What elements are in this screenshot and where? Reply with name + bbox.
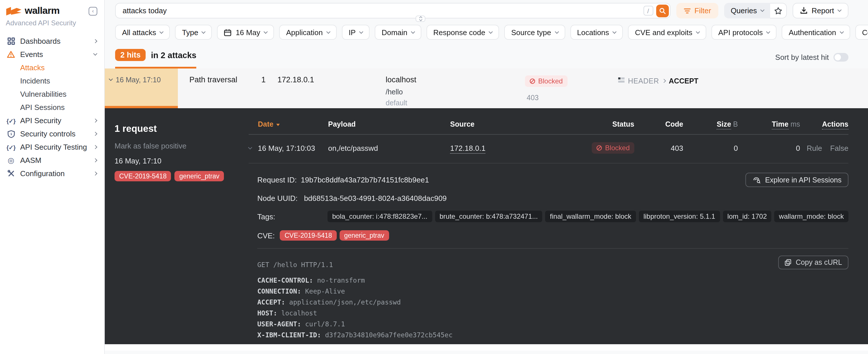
- sidebar-item-security-controls[interactable]: Security controls: [0, 127, 104, 140]
- sidebar-item-vulnerabilities[interactable]: Vulnerabilities: [0, 88, 104, 101]
- hits-tab[interactable]: 2 hits in 2 attacks: [115, 49, 196, 68]
- http-request-block: Copy as cURL GET /hello HTTP/1.1 CACHE-C…: [257, 248, 848, 340]
- cve-badge[interactable]: CVE-2019-5418: [115, 171, 171, 181]
- aasm-spiral-icon: ◎: [6, 156, 16, 165]
- rule-action-link[interactable]: Rule: [807, 143, 822, 152]
- attack-hit-count: 1: [261, 75, 277, 108]
- chip-label: IP: [348, 28, 356, 37]
- filter-chip-locations[interactable]: Locations: [570, 25, 623, 40]
- mark-false-positive-link[interactable]: Mark as false positive: [115, 141, 240, 150]
- tag-pill[interactable]: lom_id: 1702: [723, 211, 771, 222]
- sort-toggle[interactable]: [834, 53, 848, 62]
- attack-row-body: Path traversal 1 172.18.0.1 localhost /h…: [178, 68, 868, 108]
- filter-chip-authentication[interactable]: Authentication: [782, 25, 850, 40]
- sidebar-item-incidents[interactable]: Incidents: [0, 74, 104, 88]
- filter-chip-type[interactable]: Type: [175, 25, 212, 40]
- sort-label: Sort by latest hit: [775, 53, 829, 62]
- filter-chip-domain[interactable]: Domain: [375, 25, 421, 40]
- cve-list: CVE-2019-5418generic_ptrav: [280, 230, 389, 240]
- filter-chip-compare-to[interactable]: Compare to...: [855, 25, 868, 40]
- filter-button[interactable]: Filter: [676, 3, 719, 19]
- attack-source-ip[interactable]: 172.18.0.1: [277, 75, 386, 108]
- sidebar-item-api-sessions[interactable]: API Sessions: [0, 101, 104, 114]
- logo-text: wallarm: [25, 5, 60, 17]
- attack-path: /hello: [386, 88, 525, 96]
- chevron-right-icon: [93, 132, 97, 136]
- hits-suffix: in 2 attacks: [151, 51, 196, 60]
- filter-chip-ip[interactable]: IP: [342, 25, 370, 40]
- search-input[interactable]: [115, 3, 670, 19]
- status-label: Blocked: [605, 144, 630, 152]
- explore-label: Explore in API Sessions: [765, 176, 841, 184]
- chevron-right-icon: [93, 171, 97, 175]
- cve-badge[interactable]: CVE-2019-5418: [280, 230, 337, 240]
- report-button[interactable]: Report: [793, 3, 848, 19]
- queries-button[interactable]: Queries: [724, 3, 770, 19]
- filter-chip-all-attacks[interactable]: All attacks: [115, 25, 170, 40]
- request-table-row[interactable]: 16 May, 17:10:03 on,/etc/passwd 172.18.0…: [249, 135, 848, 163]
- request-header-line: HOST: localhost: [257, 309, 848, 318]
- attack-type: Path traversal: [189, 75, 261, 108]
- search-button[interactable]: [656, 4, 669, 17]
- chip-label: All attacks: [122, 28, 156, 37]
- favorite-button[interactable]: [770, 3, 787, 19]
- column-source[interactable]: Source: [450, 120, 574, 128]
- tag-pill[interactable]: final_wallarm_mode: block: [546, 211, 636, 222]
- bottom-strip: [105, 344, 868, 351]
- column-code[interactable]: Code: [665, 120, 684, 128]
- column-actions[interactable]: Actions: [822, 120, 848, 128]
- filter-chip-api-protocols[interactable]: API protocols: [711, 25, 777, 40]
- attack-row[interactable]: 16 May, 17:10 Path traversal 1 172.18.0.…: [105, 68, 868, 108]
- blocked-icon: [597, 145, 602, 151]
- cve-badge[interactable]: generic_ptrav: [340, 230, 389, 240]
- copy-curl-button[interactable]: Copy as cURL: [778, 256, 848, 269]
- hits-count-badge: 2 hits: [115, 49, 146, 61]
- sidebar-item-api-security-testing[interactable]: {✓} API Security Testing: [0, 140, 104, 154]
- request-detail-panel: 1 request Mark as false positive 16 May,…: [105, 108, 868, 344]
- request-meta: Request ID: 19b7bc8ddfa43a72b7b74151fc8b…: [257, 173, 848, 240]
- cve-badge[interactable]: generic_ptrav: [175, 171, 224, 181]
- column-status[interactable]: Status: [613, 120, 634, 128]
- explore-api-sessions-button[interactable]: Explore in API Sessions: [746, 173, 848, 187]
- sidebar-item-attacks[interactable]: Attacks: [0, 61, 104, 74]
- sidebar-item-dashboards[interactable]: Dashboards: [0, 35, 104, 48]
- point-name: ACCEPT: [669, 77, 699, 85]
- filter-chip-source-type[interactable]: Source type: [504, 25, 565, 40]
- filter-chip-date[interactable]: 16 May: [217, 25, 274, 40]
- fingerprint-search-icon: [753, 176, 761, 184]
- false-action-link[interactable]: False: [830, 143, 848, 152]
- tag-pill[interactable]: brute_counter: b:478:a732471...: [435, 211, 542, 222]
- chevron-down-icon: [839, 29, 843, 33]
- sidebar-item-configuration[interactable]: Configuration: [0, 167, 104, 180]
- chevron-down-icon: [159, 29, 163, 33]
- column-size[interactable]: Size B: [717, 120, 738, 128]
- tag-pill[interactable]: wallarm_mode: block: [774, 211, 848, 222]
- sort-control: Sort by latest hit: [775, 53, 848, 68]
- detail-info-column: 1 request Mark as false positive 16 May,…: [105, 108, 249, 344]
- sidebar-item-aasm[interactable]: ◎ AASM: [0, 154, 104, 167]
- sidebar-item-events[interactable]: Events: [0, 48, 104, 61]
- tags-list: bola_counter: i:478:f82823e7...brute_cou…: [328, 211, 848, 222]
- filter-chip-application[interactable]: Application: [279, 25, 336, 40]
- filter-chip-cve-exploits[interactable]: CVE and exploits: [628, 25, 706, 40]
- column-time[interactable]: Time ms: [772, 120, 800, 128]
- tag-pill[interactable]: libproton_version: 5.1.1: [639, 211, 720, 222]
- chip-label: Authentication: [788, 28, 836, 37]
- chip-label: Type: [182, 28, 198, 37]
- copy-icon: [785, 259, 792, 266]
- sidebar-collapse-icon[interactable]: ‹: [89, 7, 97, 15]
- chevron-down-icon[interactable]: [248, 145, 252, 149]
- filter-icon: [684, 8, 690, 13]
- sidebar-item-api-security[interactable]: {✓} API Security: [0, 114, 104, 127]
- column-payload[interactable]: Payload: [328, 120, 450, 128]
- request-id-value: 19b7bc8ddfa43a72b7b74151fc8b9ee1: [301, 175, 429, 184]
- filter-chip-response-code[interactable]: Response code: [427, 25, 499, 40]
- copy-label: Copy as cURL: [796, 258, 842, 266]
- chevron-down-icon: [411, 29, 415, 33]
- tag-pill[interactable]: bola_counter: i:478:f82823e7...: [328, 211, 432, 222]
- column-date[interactable]: Date: [258, 120, 328, 128]
- request-headers: CACHE-CONTROL: no-transform CONNECTION: …: [257, 276, 848, 340]
- attack-date-cell[interactable]: 16 May, 17:10: [105, 68, 178, 108]
- collapse-filters-handle[interactable]: [415, 15, 425, 22]
- topbar: / Filter Queries: [105, 0, 868, 19]
